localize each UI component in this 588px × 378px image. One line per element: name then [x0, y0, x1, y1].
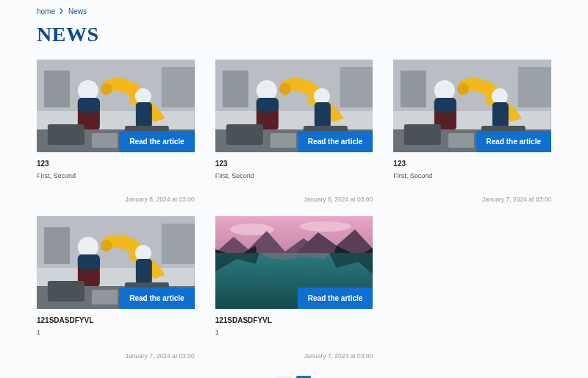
article-thumbnail[interactable]: Read the article [37, 60, 195, 152]
article-date: January 7, 2024 at 03:00 [215, 352, 373, 360]
article-tags: First, Second [215, 172, 373, 179]
read-article-button[interactable]: Read the article [476, 131, 551, 152]
article-date: January 7, 2024 at 03:00 [37, 352, 195, 360]
article-date: January 7, 2024 at 03:00 [393, 196, 551, 203]
article-title[interactable]: 123 [393, 160, 551, 168]
read-article-button[interactable]: Read the article [119, 288, 194, 309]
article-title[interactable]: 121SDASDFYVL [215, 316, 373, 324]
read-article-button[interactable]: Read the article [119, 131, 194, 152]
article-date: January 8, 2024 at 03:00 [37, 196, 195, 203]
breadcrumb: home News [37, 7, 551, 15]
article-card: Read the article123First, SecondJanuary … [393, 60, 551, 203]
breadcrumb-current-link[interactable]: News [68, 7, 87, 15]
article-title[interactable]: 123 [37, 160, 195, 168]
read-article-button[interactable]: Read the article [298, 288, 373, 309]
chevron-right-icon [60, 7, 64, 15]
article-title[interactable]: 121SDASDFYVL [37, 316, 195, 324]
article-tags: First, Second [393, 172, 551, 179]
article-thumbnail[interactable]: Read the article [37, 216, 195, 309]
article-card: Read the article121SDASDFYVL1January 7, … [37, 216, 195, 360]
article-date: January 8, 2024 at 03:00 [215, 196, 373, 203]
article-thumbnail[interactable]: Read the article [215, 60, 373, 152]
article-title[interactable]: 123 [215, 160, 373, 168]
article-thumbnail[interactable]: Read the article [215, 216, 373, 309]
page-title: NEWS [37, 23, 551, 46]
article-card: Read the article121SDASDFYVL1January 7, … [215, 216, 373, 360]
breadcrumb-home-link[interactable]: home [37, 7, 55, 15]
article-card: Read the article123First, SecondJanuary … [215, 60, 373, 203]
article-tags: First, Second [37, 172, 195, 179]
article-grid: Read the article123First, SecondJanuary … [37, 60, 551, 360]
article-tags: 1 [37, 329, 195, 336]
article-tags: 1 [215, 329, 373, 336]
article-thumbnail[interactable]: Read the article [393, 60, 551, 152]
article-card: Read the article123First, SecondJanuary … [37, 60, 195, 203]
read-article-button[interactable]: Read the article [298, 131, 373, 152]
